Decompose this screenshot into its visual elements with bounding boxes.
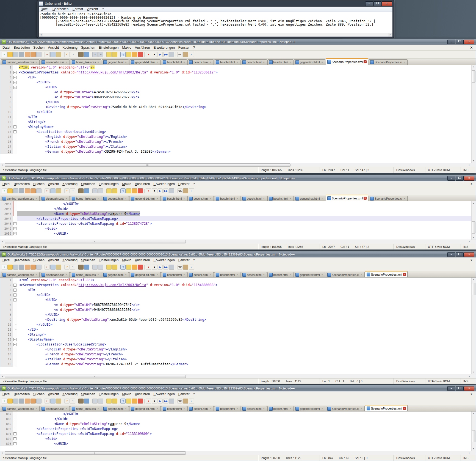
function-complete-icon[interactable]: ✓ [189, 265, 194, 270]
tab-beschr.html[interactable]: beschr.html× [214, 272, 240, 277]
scroll-left-arrow-icon[interactable]: ◄ [0, 240, 4, 244]
tab-close-icon[interactable]: × [289, 61, 292, 64]
menu-item-bearbeiten[interactable]: Bearbeiten [14, 392, 30, 396]
tab-close-icon[interactable]: × [360, 407, 363, 410]
tab-close-icon[interactable]: × [262, 61, 265, 64]
save-recorded-macro-icon[interactable] [169, 52, 174, 57]
redo-icon[interactable]: ↷ [70, 188, 75, 193]
close-document-icon[interactable] [25, 188, 30, 193]
maximize-button[interactable] [373, 1, 381, 6]
find-replace-icon[interactable] [84, 52, 89, 57]
playback-macro-icon[interactable]: ▶ [157, 265, 163, 270]
paste-icon[interactable] [56, 52, 61, 57]
menu-item-sprachen[interactable]: Sprachen [81, 182, 95, 186]
menu-item-?[interactable]: ? [102, 7, 104, 11]
menu-item-bearbeiten[interactable]: Bearbeiten [14, 258, 30, 262]
tab-camino_wandern.css[interactable]: camino_wandern.css× [1, 196, 40, 201]
title-bar[interactable]: N O:\Railworks3_TS2012\SteamApps\common\… [0, 175, 476, 181]
code-text[interactable]: <e d:type="sUInt64">5687595373619947547<… [17, 302, 471, 307]
tab-beschr.html[interactable]: beschr.html× [267, 272, 294, 277]
tab-close-icon[interactable]: × [65, 197, 68, 200]
find-icon[interactable] [78, 52, 84, 57]
fold-margin-box-icon[interactable] [13, 129, 17, 134]
tab-close-icon[interactable]: × [364, 197, 367, 200]
menu-item-einstellungen[interactable]: Einstellungen [99, 182, 118, 186]
scroll-right-arrow-icon[interactable]: ► [388, 33, 392, 37]
code-text[interactable]: <ID> [17, 75, 471, 80]
code-text[interactable]: <French d:type="cDeltaString"></French> [17, 352, 471, 357]
copy-icon[interactable] [50, 399, 56, 404]
scroll-right-arrow-icon[interactable]: ► [467, 451, 472, 455]
code-text[interactable]: <DevString d:type="cDeltaString">75ad01d… [17, 105, 471, 109]
close-button[interactable]: × [382, 1, 392, 6]
paste-icon[interactable] [56, 265, 61, 270]
tab-gegend-txt.html[interactable]: gegend-txt.html× [294, 272, 325, 277]
close-button[interactable]: × [464, 40, 474, 44]
menu-item-datei[interactable]: Datei [2, 258, 10, 262]
tab-close-icon[interactable]: × [182, 197, 186, 200]
maximize-button[interactable] [456, 176, 464, 181]
new-file-icon[interactable]: + [2, 265, 7, 270]
fold-margin-box-icon[interactable] [13, 297, 17, 302]
menu-item-kodierung[interactable]: Kodierung [62, 182, 78, 186]
tab-close-icon[interactable]: × [289, 273, 292, 276]
menu-item-datei[interactable]: Datei [2, 392, 10, 396]
start-recording-icon[interactable]: ● [146, 399, 151, 404]
vertical-scrollbar[interactable]: ▲ ▼ [471, 201, 476, 240]
tab-ScenarioProperties.xml[interactable]: ScenarioProperties.xml× [369, 196, 408, 201]
fold-margin-box-icon[interactable] [13, 441, 17, 446]
tab-close-icon[interactable]: × [97, 61, 100, 64]
document-close-icon[interactable]: X [469, 46, 474, 49]
code-text[interactable]: </cGUID> [17, 201, 471, 206]
tab-close-icon[interactable]: × [403, 407, 406, 410]
notepad-text-area[interactable]: 75ad01d0-b1de-41d9-8be1-021de449f67a[000… [39, 12, 392, 33]
tab-gegend-txt.html[interactable]: gegend-txt.html× [129, 196, 160, 201]
tab-gegend-txt.html[interactable]: gegend-txt.html× [129, 406, 160, 411]
code-area[interactable]: 887</cGUID>888</Guid>889<Name d:type="cD… [0, 411, 471, 451]
find-icon[interactable] [78, 265, 84, 270]
title-bar[interactable]: N O:\Railworks3_TS2012\SteamApps\common\… [0, 251, 476, 257]
scroll-up-arrow-icon[interactable]: ▲ [472, 201, 476, 205]
menu-item-ansicht[interactable]: Ansicht [48, 392, 59, 396]
fold-margin-box-icon[interactable] [13, 226, 17, 231]
undo-icon[interactable]: ↶ [64, 265, 70, 270]
tab-close-icon[interactable]: × [209, 407, 212, 410]
zoom-in-icon[interactable]: + [92, 399, 98, 404]
tab-close-icon[interactable]: × [403, 61, 406, 64]
vertical-scroll-thumb[interactable] [472, 430, 475, 442]
fold-margin-box-icon[interactable] [13, 70, 17, 75]
horizontal-scrollbar[interactable]: ◄ ► [0, 163, 476, 167]
menu-item-fenster[interactable]: Fenster [178, 46, 190, 50]
tab-close-icon[interactable]: × [236, 273, 239, 276]
tab-beschr.html[interactable]: beschr.html× [241, 406, 267, 411]
open-folder-icon[interactable] [7, 399, 13, 404]
print-icon[interactable] [36, 265, 41, 270]
horizontal-scroll-thumb[interactable] [5, 375, 186, 378]
fold-margin-box-icon[interactable] [13, 287, 17, 292]
run-macro-multiple-times-icon[interactable]: ▶▶ [163, 399, 168, 404]
close-all-documents-icon[interactable] [31, 188, 36, 193]
user-defined-dialog-icon[interactable] [138, 399, 143, 404]
start-recording-icon[interactable]: ● [146, 52, 151, 57]
zoom-out-icon[interactable]: − [98, 399, 103, 404]
open-folder-icon[interactable] [7, 52, 13, 57]
tab-eisenbahn.css[interactable]: eisenbahn.css× [40, 59, 70, 65]
print-icon[interactable] [36, 188, 41, 193]
redo-icon[interactable]: ↷ [70, 52, 75, 57]
fold-margin-box-icon[interactable] [13, 337, 17, 342]
tab-close-icon[interactable]: × [289, 197, 292, 200]
editor-area[interactable]: 887</cGUID>888</Guid>889<Name d:type="cD… [0, 411, 476, 451]
tab-ScenarioProperties.xml[interactable]: ScenarioProperties.xml× [326, 272, 365, 277]
run-macro-multiple-times-icon[interactable]: ▶▶ [163, 52, 168, 57]
code-text[interactable]: <e d:type="sUInt64">4745019251426656720<… [17, 90, 471, 95]
tab-close-icon[interactable]: × [97, 273, 100, 276]
title-bar[interactable]: N O:\Railworks3_TS2012\SteamApps\common\… [0, 385, 476, 391]
code-area[interactable]: 1<?xml version="1.0" encoding="utf-8"?>2… [0, 65, 471, 163]
menu-item-sprachen[interactable]: Sprachen [81, 392, 95, 396]
tab-close-icon[interactable]: × [65, 273, 68, 276]
code-text[interactable]: <DisplayName> [17, 337, 471, 342]
document-map-icon[interactable] [183, 188, 188, 193]
code-text[interactable]: </cGUID> [17, 322, 471, 327]
playback-macro-icon[interactable]: ▶ [157, 399, 163, 404]
find-replace-icon[interactable] [84, 188, 89, 193]
